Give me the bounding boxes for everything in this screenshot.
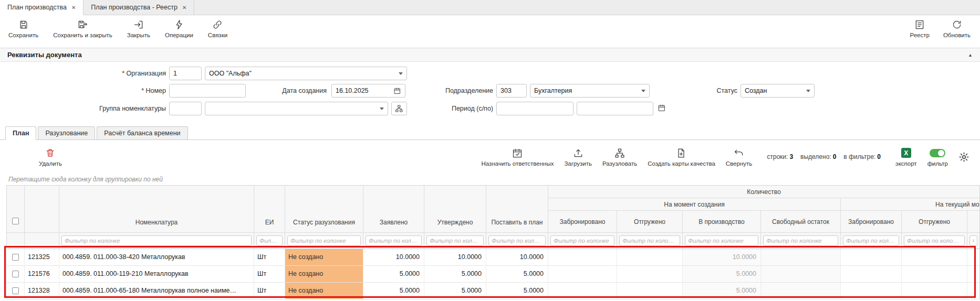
filter-input-approved[interactable]	[426, 235, 484, 246]
column-header-shipped-now[interactable]: Отгружено	[902, 211, 967, 233]
toolbar-right-group: Реестр Обновить	[910, 19, 971, 38]
cell-unit: Шт	[254, 283, 285, 299]
group-header-quantity: Количество	[548, 186, 980, 198]
filler-cell	[967, 249, 980, 265]
table-row[interactable]: 121328000.4859. 011.000-65-180 Металлору…	[7, 283, 979, 299]
document-plus-icon	[676, 147, 686, 159]
column-header-to-plan[interactable]: Поставить в план	[486, 186, 548, 233]
cell-approved: 10.0000	[424, 249, 486, 265]
cell-declared: 10.0000	[363, 249, 424, 265]
table-row[interactable]: 121325000.4859. 011.000-38-420 Металлору…	[7, 249, 979, 266]
nomenclature-group-code-input[interactable]	[169, 102, 202, 115]
close-button[interactable]: Закрыть	[127, 19, 150, 38]
registry-button[interactable]: Реестр	[910, 19, 930, 38]
filter-input-declared[interactable]	[366, 235, 422, 246]
table-toolbar: Удалить Назначить ответственных Загрузит…	[0, 140, 980, 174]
tab-close-icon[interactable]: ✕	[71, 5, 76, 10]
cell-reserved-creation	[548, 283, 617, 299]
column-header-approved[interactable]: Утверждено	[424, 186, 486, 233]
gear-icon	[958, 152, 969, 163]
cell-declared: 5.0000	[363, 283, 424, 299]
settings-button[interactable]	[958, 152, 969, 163]
save-close-icon	[77, 19, 88, 30]
collapse-rows-button[interactable]: Свернуть	[726, 147, 752, 167]
period-to-input[interactable]	[577, 102, 653, 115]
save-button[interactable]: Сохранить	[8, 19, 38, 38]
row-checkbox[interactable]	[12, 271, 19, 277]
filter-input-unit[interactable]	[256, 235, 283, 246]
refresh-icon	[952, 19, 962, 30]
column-header-free-balance[interactable]: Свободный остаток	[761, 211, 841, 233]
chevron-down-icon	[399, 72, 403, 75]
row-checkbox[interactable]	[12, 287, 19, 294]
refresh-button[interactable]: Обновить	[943, 19, 971, 38]
load-button[interactable]: Загрузить	[564, 147, 592, 167]
filter-input-free-balance[interactable]	[763, 235, 838, 246]
organization-code-input[interactable]	[169, 67, 202, 80]
cell-free-balance	[761, 249, 841, 265]
lightning-icon	[174, 19, 184, 30]
window-tab-plan[interactable]: План производства ✕	[0, 0, 84, 15]
period-from-input[interactable]	[496, 102, 574, 115]
column-header-reserved-creation[interactable]: Забронировано	[548, 211, 617, 233]
requisites-form: * Организация ООО "Альфа" * Номер Дата с…	[0, 62, 980, 122]
table-row[interactable]: 121576000.4859. 011.000-119-210 Металлор…	[7, 266, 979, 283]
cell-approved: 5.0000	[424, 266, 486, 282]
department-code-input[interactable]	[496, 84, 527, 98]
cell-id: 121576	[25, 266, 59, 282]
select-all-cell	[7, 186, 25, 233]
upload-icon	[573, 147, 583, 159]
filter-input-shipped-now[interactable]	[904, 235, 965, 246]
column-header-reserved-now[interactable]: Забронировано	[841, 211, 902, 233]
filter-input-reserved-creation[interactable]	[550, 235, 614, 246]
organization-select[interactable]: ООО "Альфа"	[205, 67, 407, 80]
tab-close-icon[interactable]: ✕	[182, 5, 186, 10]
number-input[interactable]	[169, 84, 246, 98]
hierarchy-icon	[395, 104, 403, 113]
cell-to-plan: 5.0000	[486, 266, 548, 282]
quality-cards-button[interactable]: Создать карты качества	[648, 147, 715, 167]
window-tab-registry[interactable]: План производства - Реестр ✕	[84, 0, 194, 15]
column-header-unit[interactable]: ЕИ	[254, 186, 285, 233]
column-header-shipped-creation[interactable]: Отгружено	[617, 211, 683, 233]
filter-toggle-button[interactable]: фильтр	[927, 147, 948, 167]
hierarchy-icon	[614, 147, 625, 159]
department-select[interactable]: Бухгалтерия	[530, 84, 650, 98]
nomenclature-group-select[interactable]	[205, 102, 388, 115]
table-header: Номенклатура ЕИ Статус разузлования Заяв…	[7, 186, 979, 249]
tab-razuzlovanie[interactable]: Разузлование	[38, 126, 95, 139]
status-select[interactable]: Создан	[741, 84, 815, 98]
column-header-id[interactable]	[25, 186, 59, 233]
explode-button[interactable]: Разузловать	[602, 147, 637, 167]
nomenclature-tree-button[interactable]	[391, 102, 407, 115]
assign-responsible-button[interactable]: Назначить ответственных	[482, 147, 554, 167]
collapse-section-icon[interactable]: ▲	[968, 52, 973, 58]
filter-input-shipped-creation[interactable]	[619, 235, 680, 246]
delete-button[interactable]: Удалить	[39, 147, 62, 167]
calendar-icon[interactable]	[393, 87, 401, 95]
save-and-close-button[interactable]: Сохранить и закрыть	[53, 19, 112, 38]
filter-input-to-plan[interactable]	[488, 235, 546, 246]
select-all-checkbox[interactable]	[12, 218, 19, 224]
column-header-nomenclature[interactable]: Номенклатура	[59, 186, 254, 233]
links-button[interactable]: Связки	[208, 19, 227, 38]
tab-plan[interactable]: План	[5, 126, 36, 140]
filter-input-filler[interactable]	[969, 235, 977, 246]
cell-shipped-now	[902, 249, 967, 265]
column-header-declared[interactable]: Заявлено	[363, 186, 424, 233]
column-header-status[interactable]: Статус разузлования	[285, 186, 363, 233]
period-calendar-button[interactable]	[658, 104, 666, 112]
created-date-input[interactable]: 16.10.2025	[331, 84, 405, 98]
filter-input-nomenclature[interactable]	[61, 235, 252, 246]
row-checkbox[interactable]	[12, 254, 19, 261]
trash-icon	[45, 147, 55, 159]
column-header-in-production[interactable]: В производство	[683, 211, 761, 233]
tab-balance[interactable]: Расчёт баланса времени	[97, 126, 187, 139]
chevron-down-icon	[806, 90, 810, 92]
filter-input-in-production[interactable]	[685, 235, 758, 246]
operations-button[interactable]: Операции	[165, 19, 193, 38]
export-button[interactable]: X экспорт	[895, 147, 917, 167]
filter-input-reserved-now[interactable]	[843, 235, 899, 246]
filter-input-status[interactable]	[287, 235, 361, 246]
doc-tab-strip: План Разузлование Расчёт баланса времени	[0, 122, 980, 140]
